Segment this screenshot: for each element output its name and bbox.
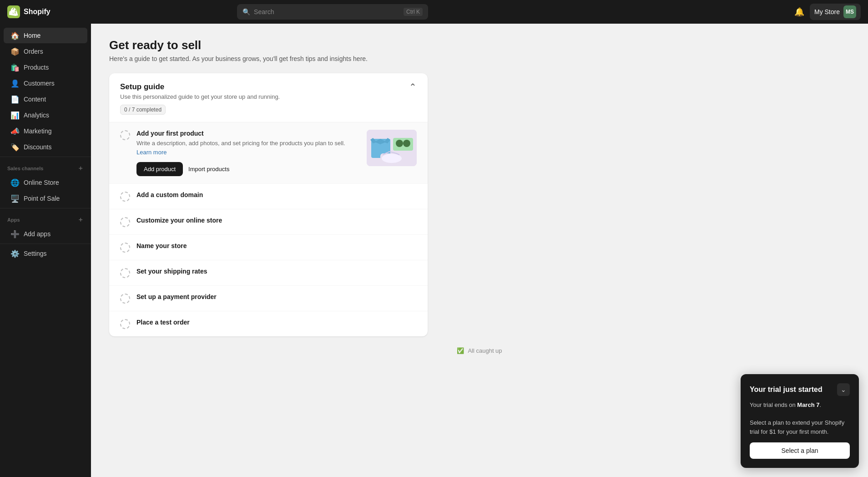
sidebar-item-products[interactable]: 🛍️ Products [4,60,87,75]
setup-item-check-shipping-rates [120,268,130,278]
setup-guide-desc: Use this personalized guide to get your … [120,93,409,100]
setup-item-title-add-product: Add your first product [136,130,359,137]
setup-item-actions-add-product: Add product Import products [136,162,359,176]
setup-item-shipping-rates[interactable]: Set your shipping rates [109,260,428,286]
setup-item-content-custom-domain: Add a custom domain [136,191,417,200]
sidebar-divider-3 [0,244,91,244]
sidebar-item-analytics[interactable]: 📊 Analytics [4,107,87,123]
search-icon: 🔍 [242,8,250,15]
add-product-button[interactable]: Add product [136,162,183,176]
products-icon: 🛍️ [11,63,19,71]
setup-guide-card: Setup guide Use this personalized guide … [109,73,428,336]
sidebar-divider-1 [0,157,91,157]
trial-collapse-button[interactable]: ⌄ [837,383,850,396]
setup-guide-header-left: Setup guide Use this personalized guide … [120,82,409,115]
svg-point-8 [382,154,402,163]
content-icon: 📄 [11,95,19,103]
sidebar-item-label: Online Store [24,179,59,186]
all-caught-up-icon: ✅ [457,347,464,354]
setup-item-check-test-order [120,319,130,329]
select-plan-button[interactable]: Select a plan [750,442,850,459]
avatar: MS [843,5,856,18]
layout: 🏠 Home 📦 Orders 🛍️ Products 👤 Customers … [0,24,868,477]
setup-guide-header: Setup guide Use this personalized guide … [109,73,428,122]
sidebar-item-home[interactable]: 🏠 Home [4,28,87,43]
setup-item-check-payment-provider [120,294,130,304]
topnav-right: 🔔 My Store MS [794,4,861,20]
shopify-logo[interactable]: Shopify [7,5,50,18]
logo-text: Shopify [24,8,50,16]
sidebar-item-add-apps[interactable]: ➕ Add apps [4,226,87,242]
apps-label: Apps [7,217,20,223]
setup-item-custom-domain[interactable]: Add a custom domain [109,184,428,209]
trial-banner-header: Your trial just started ⌄ [750,383,850,396]
setup-item-content-add-product: Add your first product Write a descripti… [136,130,359,176]
setup-item-desc-add-product: Write a description, add photos, and set… [136,139,359,157]
sidebar-item-label: Content [24,96,46,103]
trial-text-before-date: Your trial ends on [750,401,797,408]
learn-more-link[interactable]: Learn more [136,149,167,156]
sidebar-item-label: Orders [24,48,43,55]
trial-text: Your trial ends on March 7. Select a pla… [750,401,850,436]
sidebar-item-label: Add apps [24,230,50,238]
sidebar-nav-items: 🏠 Home 📦 Orders 🛍️ Products 👤 Customers … [0,28,91,155]
sidebar-item-settings[interactable]: ⚙️ Settings [4,246,87,261]
progress-badge: 0 / 7 completed [120,105,166,115]
shopify-logo-icon [7,5,20,18]
sidebar-item-content[interactable]: 📄 Content [4,91,87,107]
sidebar-item-discounts[interactable]: 🏷️ Discounts [4,139,87,155]
all-caught-up-text: All caught up [468,347,502,354]
sidebar-item-point-of-sale[interactable]: 🖥️ Point of Sale [4,191,87,206]
sidebar-item-label: Settings [24,250,47,257]
trial-date: March 7 [797,401,819,408]
home-icon: 🏠 [11,31,19,40]
sidebar-item-marketing[interactable]: 📣 Marketing [4,123,87,139]
setup-items: Add your first product Write a descripti… [109,122,428,336]
setup-guide-title: Setup guide [120,82,409,91]
apps-expand-icon[interactable]: ＋ [77,216,84,224]
online-store-icon: 🌐 [11,178,19,187]
setup-item-check-add-product [120,130,130,140]
svg-point-5 [403,140,410,147]
customers-icon: 👤 [11,79,19,87]
trial-banner: Your trial just started ⌄ Your trial end… [741,374,859,468]
sidebar-item-online-store[interactable]: 🌐 Online Store [4,175,87,190]
page-title: Get ready to sell [109,38,850,52]
setup-item-customize-store[interactable]: Customize your online store [109,209,428,235]
setup-item-title-payment-provider: Set up a payment provider [136,293,417,300]
search-bar[interactable]: 🔍 Ctrl K [237,4,428,20]
setup-item-payment-provider[interactable]: Set up a payment provider [109,286,428,311]
add-apps-icon: ➕ [11,230,19,238]
setup-item-content-name-store: Name your store [136,242,417,251]
search-shortcut: Ctrl K [404,8,423,16]
sidebar-item-label: Marketing [24,127,51,135]
trial-description: Select a plan to extend your Shopify tri… [750,419,844,435]
sales-channels-section: Sales channels ＋ [0,159,91,174]
setup-item-content-shipping-rates: Set your shipping rates [136,268,417,277]
page-subtitle: Here's a guide to get started. As your b… [109,55,850,62]
setup-item-check-custom-domain [120,192,130,202]
collapse-button[interactable]: ⌃ [409,82,417,91]
topnav: Shopify 🔍 Ctrl K 🔔 My Store MS [0,0,868,24]
sidebar-item-orders[interactable]: 📦 Orders [4,44,87,59]
setup-item-content-payment-provider: Set up a payment provider [136,293,417,302]
import-products-button[interactable]: Import products [188,162,229,176]
setup-item-add-product[interactable]: Add your first product Write a descripti… [109,122,428,184]
setup-item-test-order[interactable]: Place a test order [109,311,428,336]
setup-item-title-test-order: Place a test order [136,319,417,326]
setup-item-content-test-order: Place a test order [136,319,417,328]
orders-icon: 📦 [11,47,19,56]
setup-item-image-product [367,130,417,166]
notifications-button[interactable]: 🔔 [794,7,804,17]
search-input[interactable] [254,8,400,15]
sales-channels-expand-icon[interactable]: ＋ [77,164,84,173]
svg-point-4 [396,140,403,147]
setup-item-name-store[interactable]: Name your store [109,235,428,260]
store-button[interactable]: My Store MS [810,4,861,20]
setup-item-check-customize-store [120,217,130,227]
sidebar-item-label: Customers [24,80,55,87]
trial-text-after-date: . [819,401,821,408]
store-name: My Store [814,8,840,15]
sidebar-item-label: Analytics [24,112,49,119]
sidebar-item-customers[interactable]: 👤 Customers [4,76,87,91]
